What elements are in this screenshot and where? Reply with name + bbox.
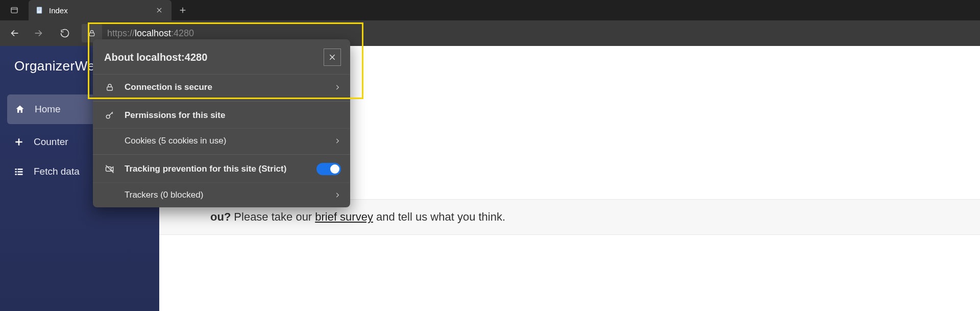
svg-rect-17: [15, 171, 17, 173]
svg-rect-12: [89, 33, 94, 36]
svg-rect-15: [15, 169, 17, 170]
svg-rect-18: [18, 171, 23, 173]
survey-middle: Please take our: [234, 210, 312, 224]
tab-title: Index: [49, 6, 68, 15]
survey-link[interactable]: brief survey: [315, 210, 373, 224]
popover-close-button[interactable]: [324, 49, 341, 66]
row-label: Cookies (5 cookies in use): [125, 136, 226, 146]
row-label: Connection is secure: [125, 82, 212, 92]
site-info-popover: About localhost:4280 Connection is secur…: [93, 39, 350, 207]
row-label: Tracking prevention for this site (Stric…: [125, 164, 286, 174]
tab-actions-button[interactable]: [0, 0, 29, 20]
popover-row-connection-secure[interactable]: Connection is secure: [93, 75, 350, 100]
home-icon: [14, 104, 26, 115]
plus-icon: [13, 136, 24, 148]
svg-rect-0: [11, 8, 17, 13]
svg-rect-20: [18, 174, 23, 175]
popover-row-permissions[interactable]: Permissions for this site: [93, 103, 350, 128]
chevron-right-icon: [334, 84, 341, 91]
svg-rect-2: [37, 7, 41, 13]
lock-icon: [104, 82, 115, 93]
browser-tab[interactable]: Index: [29, 0, 172, 20]
popover-row-trackers[interactable]: Trackers (0 blocked): [93, 182, 350, 207]
survey-prefix: ou?: [210, 210, 231, 224]
popover-row-tracking-prevention[interactable]: Tracking prevention for this site (Stric…: [93, 156, 350, 182]
row-label: Permissions for this site: [125, 110, 225, 121]
popover-header: About localhost:4280: [93, 39, 350, 75]
svg-rect-19: [15, 174, 17, 175]
camera-off-icon: [104, 163, 115, 175]
chevron-right-icon: [334, 192, 341, 199]
back-button[interactable]: [3, 23, 27, 43]
new-tab-button[interactable]: [172, 0, 194, 20]
chevron-right-icon: [334, 137, 341, 145]
sidebar-item-label: Fetch data: [34, 166, 80, 177]
svg-rect-16: [18, 169, 23, 170]
svg-rect-23: [107, 87, 113, 90]
sidebar-item-label: Counter: [34, 136, 68, 148]
close-tab-button[interactable]: [154, 5, 164, 15]
tracking-prevention-toggle[interactable]: [316, 163, 341, 175]
popover-row-cookies[interactable]: Cookies (5 cookies in use): [93, 128, 350, 153]
tab-strip: Index: [0, 0, 980, 20]
page-favicon: [35, 6, 44, 15]
sidebar-item-label: Home: [35, 104, 61, 115]
svg-line-26: [106, 165, 114, 173]
forward-button[interactable]: [27, 23, 50, 43]
url-port: :4280: [171, 28, 194, 39]
refresh-button[interactable]: [53, 23, 77, 43]
list-icon: [13, 166, 24, 177]
popover-title: About localhost:4280: [104, 52, 207, 63]
url-host: localhost: [135, 28, 171, 39]
svg-point-24: [106, 115, 110, 118]
url-scheme: https://: [107, 28, 135, 39]
key-icon: [104, 110, 115, 121]
row-label: Trackers (0 blocked): [125, 190, 203, 200]
survey-suffix: and tell us what you think.: [376, 210, 505, 224]
